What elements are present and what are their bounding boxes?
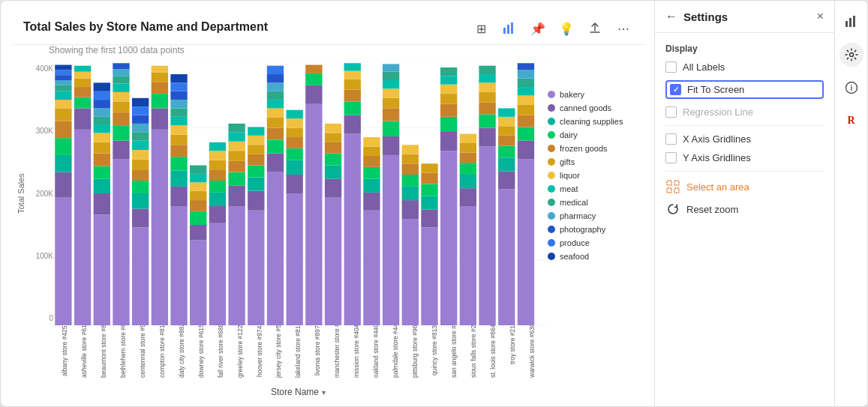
x-axis-gridlines-checkbox[interactable] bbox=[665, 133, 677, 145]
svg-rect-47 bbox=[113, 84, 129, 92]
svg-rect-156 bbox=[363, 156, 380, 167]
svg-rect-32 bbox=[94, 154, 110, 166]
svg-rect-84 bbox=[190, 225, 206, 240]
svg-rect-144 bbox=[325, 124, 341, 133]
svg-rect-39 bbox=[94, 91, 110, 100]
x-label: compton store #818 bbox=[158, 325, 166, 378]
svg-rect-228 bbox=[853, 16, 855, 27]
legend-dot-gifts bbox=[548, 158, 555, 166]
svg-rect-164 bbox=[383, 88, 399, 97]
more-icon-btn[interactable]: ⋯ bbox=[612, 17, 635, 40]
svg-rect-175 bbox=[421, 227, 437, 325]
svg-rect-22 bbox=[74, 108, 91, 129]
svg-rect-149 bbox=[344, 79, 361, 90]
svg-rect-171 bbox=[402, 175, 419, 187]
svg-rect-182 bbox=[440, 131, 457, 151]
legend-dot-photography bbox=[548, 226, 555, 233]
pin-icon-btn[interactable]: 📌 bbox=[527, 17, 549, 40]
svg-rect-0 bbox=[503, 28, 506, 34]
svg-rect-106 bbox=[228, 124, 245, 132]
svg-rect-151 bbox=[344, 63, 361, 70]
settings-divider-2 bbox=[665, 171, 824, 172]
chart-icon-btn[interactable] bbox=[498, 17, 521, 40]
settings-close-button[interactable]: × bbox=[817, 10, 824, 23]
reset-zoom-button[interactable]: Reset zoom bbox=[665, 202, 738, 217]
svg-rect-207 bbox=[498, 145, 515, 157]
all-labels-label[interactable]: All Labels bbox=[683, 61, 725, 73]
legend: bakery canned goods cleaning supplies da… bbox=[548, 45, 645, 400]
svg-rect-116 bbox=[267, 154, 284, 172]
legend-item-frozen-goods: frozen goods bbox=[548, 144, 645, 153]
svg-rect-211 bbox=[498, 108, 515, 116]
fit-to-screen-checkbox[interactable] bbox=[670, 84, 681, 95]
select-area-icon bbox=[665, 179, 680, 194]
svg-rect-18 bbox=[55, 75, 71, 80]
svg-rect-67 bbox=[152, 82, 168, 94]
regression-line-checkbox[interactable] bbox=[665, 106, 677, 118]
svg-rect-52 bbox=[132, 208, 149, 227]
all-labels-checkbox[interactable] bbox=[665, 61, 677, 73]
svg-rect-102 bbox=[228, 161, 245, 172]
sidebar-info-button[interactable]: i bbox=[839, 76, 863, 100]
svg-rect-90 bbox=[190, 166, 206, 174]
svg-rect-34 bbox=[94, 133, 110, 142]
svg-rect-155 bbox=[363, 167, 380, 179]
svg-rect-17 bbox=[55, 80, 71, 85]
svg-rect-63 bbox=[132, 98, 149, 106]
svg-rect-29 bbox=[94, 193, 110, 214]
svg-rect-120 bbox=[267, 108, 284, 117]
svg-rect-45 bbox=[113, 101, 129, 112]
legend-item-dairy: dairy bbox=[548, 130, 645, 139]
y-axis-gridlines-label[interactable]: Y Axis Gridlines bbox=[683, 152, 751, 163]
legend-dot-pharmacy bbox=[548, 212, 555, 220]
svg-rect-200 bbox=[479, 92, 495, 103]
x-axis-dropdown-icon[interactable]: ▾ bbox=[322, 388, 326, 397]
svg-rect-220 bbox=[518, 70, 534, 78]
svg-rect-27 bbox=[74, 66, 91, 72]
y-axis-gridlines-checkbox[interactable] bbox=[665, 152, 677, 163]
svg-rect-136 bbox=[305, 73, 322, 85]
svg-rect-73 bbox=[170, 157, 187, 170]
chart-title: Total Sales by Store Name and Department bbox=[23, 20, 268, 34]
share-icon-btn[interactable] bbox=[584, 17, 606, 40]
svg-rect-142 bbox=[325, 142, 341, 154]
svg-rect-222 bbox=[667, 181, 671, 185]
table-icon-btn[interactable]: ⊞ bbox=[470, 17, 492, 40]
svg-rect-93 bbox=[209, 193, 226, 206]
svg-rect-162 bbox=[383, 108, 399, 121]
svg-rect-79 bbox=[170, 100, 187, 108]
legend-dot-produce bbox=[548, 239, 555, 247]
svg-rect-50 bbox=[113, 63, 129, 69]
x-axis-gridlines-label[interactable]: X Axis Gridlines bbox=[683, 133, 751, 145]
settings-back-button[interactable]: ← bbox=[665, 10, 677, 23]
sidebar-chart-button[interactable] bbox=[839, 10, 863, 34]
svg-rect-159 bbox=[383, 155, 399, 325]
svg-rect-91 bbox=[209, 223, 226, 325]
x-label: fall river store #688 bbox=[217, 325, 224, 378]
legend-label-seafood: seafood bbox=[560, 252, 589, 261]
svg-rect-61 bbox=[132, 115, 149, 124]
svg-rect-82 bbox=[170, 74, 187, 82]
right-sidebar: i R bbox=[834, 1, 867, 406]
sidebar-settings-button[interactable] bbox=[839, 43, 863, 67]
svg-rect-158 bbox=[363, 137, 380, 146]
fit-to-screen-label[interactable]: Fit To Screen bbox=[687, 84, 744, 95]
bulb-icon-btn[interactable]: 💡 bbox=[555, 17, 578, 40]
svg-rect-115 bbox=[267, 172, 284, 325]
sidebar-r-button[interactable]: R bbox=[839, 109, 863, 133]
settings-title: Settings bbox=[683, 10, 728, 23]
legend-item-produce: produce bbox=[548, 238, 645, 247]
regression-line-label[interactable]: Regression Line bbox=[683, 106, 753, 118]
svg-rect-172 bbox=[402, 163, 419, 175]
select-area-button[interactable]: Select an area bbox=[665, 179, 749, 194]
svg-rect-183 bbox=[440, 117, 457, 131]
fit-to-screen-container: Fit To Screen bbox=[665, 80, 824, 99]
legend-label-medical: medical bbox=[560, 198, 588, 207]
svg-rect-193 bbox=[460, 152, 476, 163]
svg-rect-225 bbox=[674, 188, 679, 193]
svg-rect-49 bbox=[113, 69, 129, 76]
svg-rect-8 bbox=[55, 198, 71, 325]
legend-item-cleaning-supplies: cleaning supplies bbox=[548, 117, 645, 126]
svg-rect-170 bbox=[402, 187, 419, 200]
legend-item-meat: meat bbox=[548, 184, 645, 193]
